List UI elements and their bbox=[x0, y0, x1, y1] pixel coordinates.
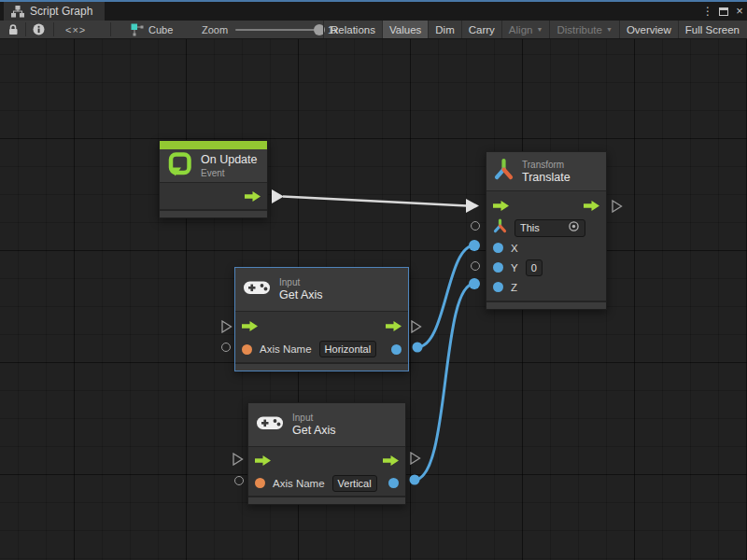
node-footer bbox=[248, 496, 405, 504]
focus-highlight bbox=[0, 0, 747, 2]
flow-continuation-triangle[interactable] bbox=[233, 453, 244, 469]
value-port-x[interactable] bbox=[493, 243, 503, 253]
value-output-port[interactable] bbox=[391, 344, 402, 355]
toolbar-button-dim[interactable]: Dim bbox=[428, 21, 460, 38]
titlebar: Script Graph ⋮ × bbox=[0, 0, 747, 21]
node-title: Get Axis bbox=[279, 288, 323, 302]
toolbar-button-distribute[interactable]: Distribute ▼ bbox=[549, 21, 619, 38]
axis-name-field[interactable]: Horizontal bbox=[319, 341, 377, 357]
event-accent-bar bbox=[160, 141, 267, 149]
info-icon[interactable] bbox=[31, 21, 46, 38]
toolbar-button-align[interactable]: Align ▼ bbox=[501, 21, 550, 38]
toolbar-button-relations[interactable]: Relations bbox=[323, 21, 382, 38]
window-close-icon[interactable]: × bbox=[732, 2, 747, 21]
zoom-label: Zoom bbox=[202, 21, 228, 38]
zoom-slider[interactable] bbox=[235, 29, 323, 31]
node-footer bbox=[486, 301, 606, 309]
value-continuation-circle[interactable] bbox=[234, 476, 244, 485]
graph-name: Cube bbox=[148, 24, 173, 35]
node-header: Input Get Axis bbox=[235, 268, 408, 311]
script-graph-window: Script Graph ⋮ × <×> bbox=[0, 0, 747, 560]
code-preview-toggle[interactable]: <×> bbox=[65, 21, 86, 38]
toolbar-button-group: Relations Values Dim Carry Align ▼ Distr… bbox=[323, 21, 746, 38]
node-title: Translate bbox=[522, 171, 571, 185]
node-header: Transform Translate bbox=[486, 152, 606, 190]
object-picker-icon[interactable] bbox=[568, 220, 580, 236]
port-label-y: Y bbox=[511, 262, 518, 273]
flow-input-port[interactable] bbox=[255, 453, 271, 469]
value-port-y[interactable] bbox=[493, 262, 503, 273]
graph-reference-icon bbox=[131, 21, 144, 38]
toolbar-button-values[interactable]: Values bbox=[382, 21, 428, 38]
port-label-x: X bbox=[511, 243, 518, 254]
chevron-down-icon: ▼ bbox=[536, 26, 543, 33]
tab-script-graph[interactable]: Script Graph bbox=[4, 2, 105, 21]
graph-canvas[interactable]: On Update Event bbox=[0, 39, 747, 560]
y-value-field[interactable]: 0 bbox=[526, 259, 543, 276]
graph-icon bbox=[11, 6, 24, 18]
graph-toolbar: <×> Cube Zoom 1x Relations Values Dim Ca… bbox=[0, 21, 747, 39]
flow-wire-arrowhead bbox=[466, 199, 479, 213]
toolbar-button-overview[interactable]: Overview bbox=[619, 21, 678, 38]
flow-continuation-triangle[interactable] bbox=[410, 452, 421, 469]
flow-output-port[interactable] bbox=[584, 198, 599, 215]
axis-name-label: Axis Name bbox=[273, 478, 325, 489]
code-toggle-glyph: <×> bbox=[65, 24, 86, 35]
node-header: On Update Event bbox=[160, 149, 267, 182]
node-on-update[interactable]: On Update Event bbox=[159, 140, 268, 218]
toolbar-separator bbox=[110, 22, 111, 36]
node-get-axis-vertical[interactable]: Input Get Axis Axis Name Vertical bbox=[247, 402, 406, 505]
wire-endpoint bbox=[469, 240, 480, 251]
port-label-z: Z bbox=[511, 282, 517, 293]
flow-wire-start bbox=[272, 189, 284, 203]
value-port-z[interactable] bbox=[493, 282, 503, 292]
string-input-port[interactable] bbox=[255, 478, 265, 488]
toolbar-separator bbox=[25, 22, 26, 36]
value-output-port[interactable] bbox=[388, 478, 399, 488]
node-header: Input Get Axis bbox=[248, 403, 405, 446]
window-controls: ⋮ × bbox=[700, 2, 747, 21]
node-get-axis-horizontal[interactable]: Input Get Axis Axis Name Horizontal bbox=[234, 267, 409, 371]
flow-continuation-triangle[interactable] bbox=[411, 320, 422, 337]
flow-continuation-triangle[interactable] bbox=[612, 200, 623, 217]
flow-input-port[interactable] bbox=[242, 318, 258, 335]
value-continuation-circle[interactable] bbox=[471, 221, 480, 231]
flow-continuation-triangle[interactable] bbox=[221, 320, 233, 337]
flow-input-port[interactable] bbox=[493, 198, 509, 215]
value-wire-vertical bbox=[415, 284, 474, 480]
toolbar-button-fullscreen[interactable]: Full Screen bbox=[678, 21, 746, 38]
flow-output-port[interactable] bbox=[383, 453, 399, 469]
target-object-value: This bbox=[520, 220, 540, 235]
toolbar-button-carry[interactable]: Carry bbox=[461, 21, 501, 38]
value-continuation-circle[interactable] bbox=[471, 261, 480, 271]
node-title: On Update bbox=[201, 153, 257, 167]
chevron-down-icon: ▼ bbox=[606, 26, 613, 33]
gamepad-icon bbox=[243, 278, 271, 301]
node-category: Input bbox=[279, 276, 323, 288]
toolbar-separator bbox=[53, 22, 54, 36]
node-category: Input bbox=[292, 412, 336, 424]
node-subtitle: Event bbox=[201, 167, 257, 179]
value-continuation-circle[interactable] bbox=[221, 343, 231, 352]
wire-endpoint bbox=[469, 278, 480, 289]
node-category: Transform bbox=[522, 159, 571, 171]
graph-reference-breadcrumb[interactable]: Cube bbox=[148, 21, 173, 38]
node-title: Get Axis bbox=[292, 424, 336, 438]
target-object-field[interactable]: This bbox=[514, 219, 585, 237]
string-input-port[interactable] bbox=[242, 344, 252, 355]
node-footer bbox=[235, 362, 408, 371]
flow-wire bbox=[283, 197, 467, 206]
axis-name-field[interactable]: Vertical bbox=[332, 475, 377, 492]
wire-endpoint bbox=[413, 343, 423, 353]
lock-icon[interactable] bbox=[6, 21, 21, 38]
axis-name-label: Axis Name bbox=[260, 343, 312, 355]
flow-output-port[interactable] bbox=[386, 318, 402, 335]
tab-label: Script Graph bbox=[30, 5, 92, 18]
node-translate[interactable]: Transform Translate bbox=[486, 151, 607, 310]
window-maximize-icon[interactable] bbox=[719, 7, 728, 16]
window-menu-icon[interactable]: ⋮ bbox=[700, 2, 715, 21]
flow-output-port[interactable] bbox=[245, 189, 261, 205]
loop-event-icon bbox=[167, 151, 192, 180]
transform-icon-small bbox=[493, 218, 507, 237]
node-footer bbox=[160, 209, 267, 217]
